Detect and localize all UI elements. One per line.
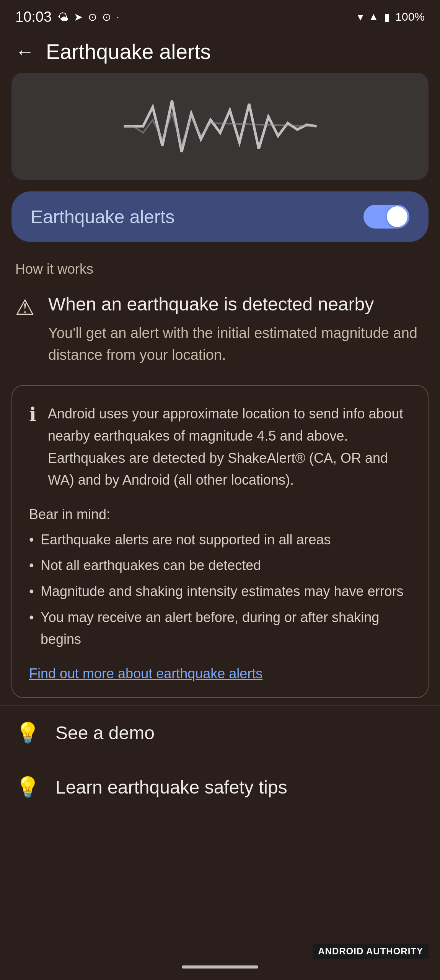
toggle-switch[interactable] — [363, 205, 409, 229]
list-item: Magnitude and shaking intensity estimate… — [29, 580, 411, 603]
bottom-nav-bar — [182, 965, 258, 969]
how-it-works-label: How it works — [0, 242, 440, 281]
status-icons: 🌤 ➤ ⊙ ⊙ · — [58, 11, 119, 23]
info-list: Earthquake alerts are not supported in a… — [29, 529, 411, 650]
toggle-knob — [387, 206, 407, 227]
demo-label: See a demo — [55, 722, 155, 743]
watermark: ANDROID AUTHORITY — [313, 944, 429, 959]
info-main-text: Android uses your approximate location t… — [48, 403, 411, 491]
info-icon: ℹ — [29, 403, 36, 426]
feature-title: When an earthquake is detected nearby — [48, 292, 425, 316]
signal-icon: ▲ — [368, 11, 379, 23]
bear-in-mind-label: Bear in mind: — [29, 506, 411, 523]
weather-icon: 🌤 — [58, 11, 68, 23]
demo-icon: 💡 — [15, 721, 40, 745]
list-item: You may receive an alert before, during … — [29, 606, 411, 650]
warning-icon: ⚠ — [15, 295, 34, 320]
hero-image — [11, 73, 429, 180]
dot-icon: · — [116, 11, 119, 23]
feature-content: When an earthquake is detected nearby Yo… — [48, 292, 425, 366]
status-bar: 10:03 🌤 ➤ ⊙ ⊙ · ▾ ▲ ▮ 100% — [0, 0, 440, 31]
find-out-more-link[interactable]: Find out more about earthquake alerts — [29, 666, 411, 682]
toggle-label: Earthquake alerts — [31, 206, 174, 227]
see-a-demo-item[interactable]: 💡 See a demo — [0, 706, 440, 760]
app-bar: ← Earthquake alerts — [0, 31, 440, 73]
instagram-icon: ⊙ — [88, 11, 97, 23]
safety-icon: 💡 — [15, 776, 40, 799]
feature-description: You'll get an alert with the initial est… — [48, 322, 425, 366]
wifi-icon: ▾ — [358, 11, 363, 23]
status-left: 10:03 🌤 ➤ ⊙ ⊙ · — [15, 9, 119, 25]
status-right: ▾ ▲ ▮ 100% — [358, 10, 425, 23]
status-time: 10:03 — [15, 9, 52, 25]
earthquake-svg — [74, 94, 366, 158]
info-box: ℹ Android uses your approximate location… — [11, 385, 429, 697]
battery-percent: 100% — [395, 10, 425, 23]
info-box-header: ℹ Android uses your approximate location… — [29, 403, 411, 491]
back-button[interactable]: ← — [15, 42, 34, 61]
instagram2-icon: ⊙ — [102, 11, 111, 23]
safety-tips-item[interactable]: 💡 Learn earthquake safety tips — [0, 760, 440, 814]
location-icon: ➤ — [74, 11, 83, 23]
battery-icon: ▮ — [384, 11, 390, 23]
list-item: Earthquake alerts are not supported in a… — [29, 529, 411, 551]
feature-earthquake-detected: ⚠ When an earthquake is detected nearby … — [0, 281, 440, 377]
earthquake-alerts-toggle-row[interactable]: Earthquake alerts — [11, 191, 429, 242]
page-title: Earthquake alerts — [46, 39, 211, 64]
safety-label: Learn earthquake safety tips — [55, 777, 287, 798]
list-item: Not all earthquakes can be detected — [29, 554, 411, 577]
